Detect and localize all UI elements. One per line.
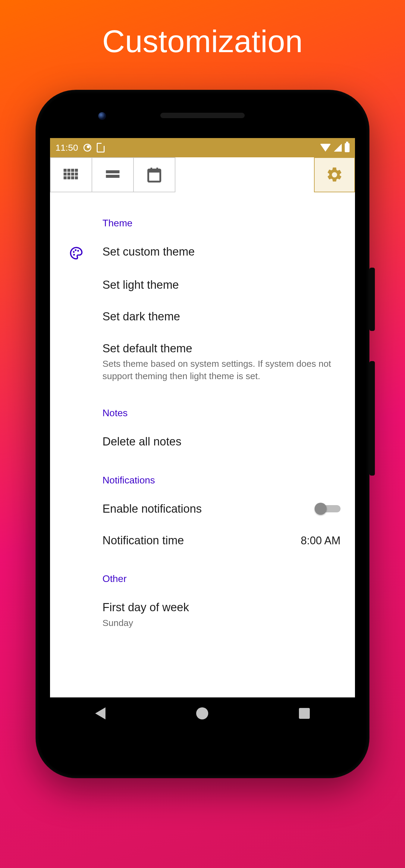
recents-button[interactable] (299, 708, 310, 719)
row-title: Set light theme (102, 278, 340, 292)
phone-volume-button (369, 361, 375, 475)
svg-rect-6 (71, 173, 74, 176)
row-notification-time[interactable]: Notification time 8:00 AM (50, 525, 355, 556)
svg-rect-13 (106, 175, 120, 178)
svg-point-20 (77, 250, 79, 252)
row-subtitle: Sunday (102, 617, 340, 629)
row-delete-all-notes[interactable]: Delete all notes (50, 426, 355, 458)
section-header-other: Other (50, 556, 355, 592)
svg-rect-8 (64, 176, 67, 179)
sd-card-icon (97, 143, 104, 153)
screen: 11:50 (50, 138, 355, 730)
phone-speaker (160, 113, 245, 118)
back-button[interactable] (95, 707, 105, 719)
notification-indicator-icon (84, 144, 91, 152)
row-set-light-theme[interactable]: Set light theme (50, 269, 355, 301)
row-enable-notifications[interactable]: Enable notifications (50, 493, 355, 525)
phone-front-camera (98, 112, 106, 120)
svg-rect-3 (75, 169, 78, 172)
signal-icon (334, 144, 342, 152)
svg-rect-7 (75, 173, 78, 176)
row-title: Enable notifications (102, 501, 312, 516)
calendar-view-button[interactable] (133, 157, 176, 192)
row-title: Set default theme (102, 341, 340, 356)
svg-point-18 (73, 251, 75, 253)
svg-rect-17 (156, 167, 158, 170)
grid-icon (62, 166, 80, 184)
status-time: 11:50 (56, 143, 78, 153)
battery-icon (345, 143, 349, 152)
row-subtitle: Sets theme based on system settings. If … (102, 358, 340, 382)
list-view-button[interactable] (92, 157, 134, 192)
svg-rect-2 (71, 169, 74, 172)
switch-thumb (315, 503, 326, 515)
svg-point-19 (75, 249, 76, 251)
wifi-icon (320, 144, 331, 152)
svg-rect-4 (64, 173, 67, 176)
row-set-custom-theme[interactable]: Set custom theme (50, 236, 355, 269)
svg-rect-9 (67, 176, 70, 179)
notification-time-value: 8:00 AM (301, 534, 341, 547)
svg-rect-11 (75, 176, 78, 179)
row-title: First day of week (102, 600, 340, 615)
svg-rect-1 (67, 169, 70, 172)
phone-power-button (369, 268, 375, 331)
toolbar (50, 157, 355, 192)
status-bar: 11:50 (50, 138, 355, 157)
svg-rect-10 (71, 176, 74, 179)
palette-icon (69, 246, 84, 261)
settings-list[interactable]: Theme Set custom theme (50, 192, 355, 698)
row-title: Delete all notes (102, 434, 340, 449)
svg-rect-5 (67, 173, 70, 176)
section-header-notifications: Notifications (50, 458, 355, 493)
list-icon (104, 166, 122, 184)
home-button[interactable] (196, 707, 208, 719)
android-nav-bar (50, 698, 355, 730)
svg-point-21 (73, 254, 75, 255)
svg-rect-0 (64, 169, 67, 172)
section-header-notes: Notes (50, 391, 355, 426)
row-title: Set custom theme (102, 244, 340, 259)
row-title: Notification time (102, 533, 298, 548)
row-first-day-of-week[interactable]: First day of week Sunday (50, 592, 355, 629)
calendar-icon (145, 166, 163, 184)
svg-rect-15 (148, 170, 160, 173)
section-header-theme: Theme (50, 192, 355, 236)
marketing-title: Customization (0, 24, 405, 59)
svg-rect-16 (151, 167, 153, 170)
svg-rect-12 (106, 170, 120, 173)
row-set-default-theme[interactable]: Set default theme Sets theme based on sy… (50, 333, 355, 391)
gear-icon (326, 166, 343, 184)
grid-view-button[interactable] (50, 157, 92, 192)
row-title: Set dark theme (102, 309, 340, 324)
enable-notifications-switch[interactable] (315, 503, 341, 515)
settings-button[interactable] (314, 157, 355, 192)
phone-frame: 11:50 (36, 90, 369, 778)
row-set-dark-theme[interactable]: Set dark theme (50, 301, 355, 333)
